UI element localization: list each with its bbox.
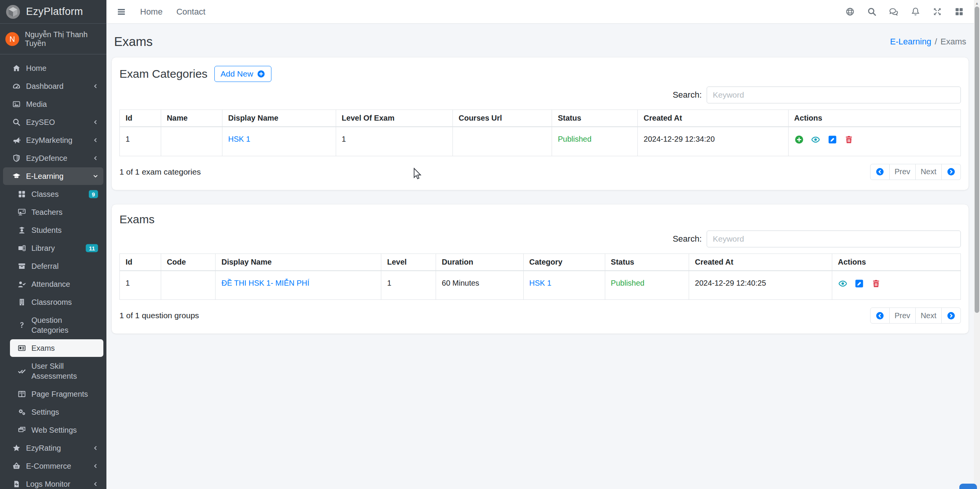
sidebar-item-label: Teachers (31, 207, 62, 217)
table-header-row: Id Code Display Name Level Duration Cate… (120, 253, 961, 271)
cell-level-of-exam: 1 (336, 127, 452, 156)
first-page-button[interactable] (870, 307, 890, 324)
user-panel[interactable]: N Nguyễn Thị Thanh Tuyền (0, 24, 106, 54)
exams-search-input[interactable] (707, 231, 961, 247)
chevron-left-icon (92, 137, 99, 144)
sidebar-item-web-settings[interactable]: Web Settings (0, 421, 106, 439)
delete-icon[interactable] (844, 135, 854, 144)
col-courses-url: Courses Url (452, 110, 552, 127)
exams-card-footer: 1 of 1 question groups Prev Next (112, 300, 969, 334)
image-icon (12, 100, 21, 108)
home-icon (12, 64, 21, 72)
arrow-circle-left-icon (875, 311, 884, 320)
scrollbar-thumb[interactable] (975, 7, 979, 313)
breadcrumb-parent-link[interactable]: E-Learning (890, 37, 931, 46)
sidebar-item-teachers[interactable]: Teachers (0, 203, 106, 221)
user-name: Nguyễn Thị Thanh Tuyền (25, 30, 101, 48)
arrow-circle-right-icon (947, 311, 956, 320)
sidebar-item-elearning[interactable]: E-Learning (0, 167, 106, 185)
sidebar-item-label: Dashboard (26, 81, 64, 91)
last-page-button[interactable] (942, 307, 961, 324)
sidebar-item-dashboard[interactable]: Dashboard (0, 77, 106, 95)
next-page-button[interactable]: Next (916, 164, 942, 180)
sidebar-item-students[interactable]: Students (0, 221, 106, 239)
col-id: Id (120, 110, 161, 127)
col-code: Code (161, 253, 216, 271)
sidebar-item-ezyseo[interactable]: EzySEO (0, 113, 106, 131)
result-count: 1 of 1 question groups (119, 311, 199, 320)
view-eye-icon[interactable] (838, 279, 848, 288)
col-actions: Actions (832, 253, 960, 271)
col-actions: Actions (788, 110, 960, 127)
sidebar-item-media[interactable]: Media (0, 95, 106, 113)
grid-icon[interactable] (954, 7, 964, 16)
first-page-button[interactable] (870, 164, 890, 180)
nav-link-contact[interactable]: Contact (176, 7, 206, 17)
page-scrollbar[interactable]: ▲ (974, 0, 980, 489)
category-link[interactable]: HSK 1 (228, 135, 250, 143)
delete-icon[interactable] (871, 279, 881, 288)
sidebar-item-classrooms[interactable]: Classrooms (0, 293, 106, 311)
expand-icon[interactable] (933, 7, 942, 16)
cell-id: 1 (120, 127, 161, 156)
prev-page-button[interactable]: Prev (890, 164, 916, 180)
chevron-left-icon (92, 83, 99, 90)
sidebar: EzyPlatform N Nguyễn Thị Thanh Tuyền Hom… (0, 0, 106, 489)
sidebar-item-ecommerce[interactable]: E-Commerce (0, 457, 106, 475)
sidebar-item-label: Settings (31, 407, 59, 417)
edit-icon[interactable] (854, 279, 864, 288)
bell-icon[interactable] (911, 7, 920, 16)
sidebar-item-label: Question Categories (31, 315, 90, 335)
chevron-left-icon (92, 445, 99, 451)
last-page-button[interactable] (942, 164, 961, 180)
edit-icon[interactable] (828, 135, 837, 144)
next-page-button[interactable]: Next (916, 307, 942, 324)
sidebar-item-label: Classes (31, 189, 59, 199)
sidebar-item-home[interactable]: Home (0, 59, 106, 77)
sidebar-item-user-skill-assessments[interactable]: User Skill Assessments (0, 357, 106, 385)
category-link[interactable]: HSK 1 (529, 279, 552, 287)
cell-actions (832, 271, 960, 300)
add-circle-icon[interactable] (794, 135, 804, 144)
exams-pagination: Prev Next (870, 307, 961, 324)
scrollbar-up-arrow-icon[interactable]: ▲ (974, 0, 980, 7)
sidebar-item-ezymarketing[interactable]: EzyMarketing (0, 131, 106, 149)
user-graduate-icon (18, 226, 26, 234)
sidebar-item-classes[interactable]: Classes9 (0, 185, 106, 203)
globe-icon[interactable] (845, 7, 855, 16)
col-created-at: Created At (689, 253, 832, 271)
back-to-top-button[interactable] (959, 484, 977, 489)
sidebar-item-ezyrating[interactable]: EzyRating (0, 439, 106, 457)
sidebar-item-label: EzyRating (26, 443, 61, 453)
sidebar-item-attendance[interactable]: Attendance (0, 275, 106, 293)
sidebar-item-label: Web Settings (31, 425, 77, 435)
sidebar-toggle-button[interactable] (116, 7, 126, 17)
cell-code (161, 271, 216, 300)
exams-search-row: Search: (112, 226, 969, 253)
result-count: 1 of 1 exam categories (119, 167, 201, 177)
sidebar-item-exams[interactable]: Exams (0, 339, 106, 357)
table-row: 1 ĐỀ THI HSK 1- MIỄN PHÍ 1 60 Minutes HS… (120, 271, 961, 300)
sidebar-item-logs-monitor[interactable]: Logs Monitor (0, 475, 106, 489)
col-category: Category (523, 253, 605, 271)
search-icon[interactable] (867, 7, 877, 16)
nav-link-home[interactable]: Home (140, 7, 163, 17)
sidebar-item-library[interactable]: Library11 (0, 239, 106, 257)
navbar-icons (845, 7, 964, 16)
sidebar-item-settings[interactable]: Settings (0, 403, 106, 421)
add-new-button[interactable]: Add New (214, 66, 271, 82)
graduation-cap-icon (12, 172, 21, 180)
col-status: Status (605, 253, 689, 271)
sidebar-item-question-categories[interactable]: Question Categories (0, 311, 106, 339)
comments-icon[interactable] (889, 7, 898, 16)
prev-page-button[interactable]: Prev (890, 307, 916, 324)
sidebar-item-deferral[interactable]: Deferral (0, 257, 106, 275)
exam-link[interactable]: ĐỀ THI HSK 1- MIỄN PHÍ (221, 279, 309, 287)
sidebar-item-page-fragments[interactable]: Page Fragments (0, 385, 106, 403)
exams-table: Id Code Display Name Level Duration Cate… (119, 253, 961, 300)
categories-search-input[interactable] (707, 87, 961, 103)
view-eye-icon[interactable] (811, 135, 820, 144)
shield-icon (12, 154, 21, 162)
sidebar-item-ezydefence[interactable]: EzyDefence (0, 149, 106, 167)
brand[interactable]: EzyPlatform (0, 0, 106, 24)
